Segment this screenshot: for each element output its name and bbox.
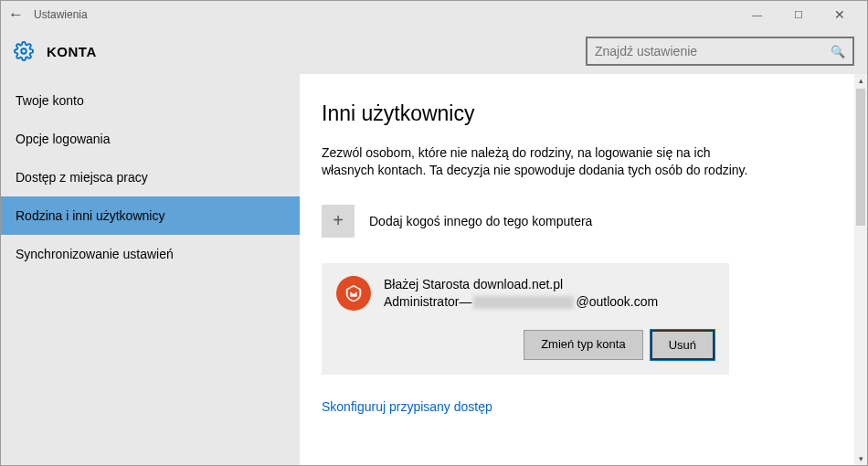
user-role: Administrator	[384, 293, 459, 312]
sidebar-item-signin-options[interactable]: Opcje logowania	[1, 120, 300, 158]
change-account-type-button[interactable]: Zmień typ konta	[524, 330, 643, 360]
scrollbar[interactable]: ▴ ▾	[854, 74, 867, 465]
avatar	[336, 276, 371, 311]
user-email-suffix: @outlook.com	[576, 293, 658, 312]
user-display-name: Błażej Starosta download.net.pl	[384, 276, 658, 294]
minimize-button[interactable]: —	[736, 1, 778, 28]
section-description: Zezwól osobom, które nie należą do rodzi…	[322, 144, 760, 179]
sidebar-item-family-other-users[interactable]: Rodzina i inni użytkownicy	[1, 196, 300, 235]
sidebar: Twoje konto Opcje logowania Dostęp z mie…	[1, 74, 300, 465]
search-field[interactable]: 🔍	[586, 37, 854, 66]
sidebar-item-work-access[interactable]: Dostęp z miejsca pracy	[1, 158, 300, 196]
svg-point-0	[21, 48, 26, 54]
gear-icon	[14, 41, 34, 61]
header-row: KONTA 🔍	[1, 28, 867, 74]
user-info: Błażej Starosta download.net.pl Administ…	[384, 276, 658, 312]
avatar-icon	[344, 283, 364, 303]
content-pane: Inni użytkownicy Zezwól osobom, które ni…	[300, 74, 867, 465]
close-button[interactable]: ✕	[819, 1, 860, 28]
window-title: Ustawienia	[34, 8, 736, 21]
sidebar-item-sync-settings[interactable]: Synchronizowanie ustawień	[1, 235, 300, 273]
scroll-down-icon[interactable]: ▾	[854, 452, 867, 465]
titlebar: ← Ustawienia — ☐ ✕	[1, 1, 867, 28]
maximize-button[interactable]: ☐	[778, 1, 819, 28]
section-title: Inni użytkownicy	[322, 101, 845, 126]
sidebar-item-your-account[interactable]: Twoje konto	[1, 81, 300, 120]
body: Twoje konto Opcje logowania Dostęp z mie…	[1, 74, 867, 465]
window-controls: — ☐ ✕	[736, 1, 860, 28]
back-arrow-icon[interactable]: ←	[8, 5, 34, 24]
remove-button[interactable]: Usuń	[651, 330, 715, 360]
search-icon: 🔍	[831, 45, 845, 58]
redacted-email-prefix	[473, 296, 574, 309]
configure-assigned-access-link[interactable]: Skonfiguruj przypisany dostęp	[322, 399, 492, 414]
search-input[interactable]	[595, 44, 831, 58]
category-title: KONTA	[47, 44, 586, 59]
scroll-thumb[interactable]	[856, 89, 865, 226]
separator: —	[459, 293, 471, 312]
user-action-buttons: Zmień typ konta Usuń	[336, 330, 715, 360]
plus-icon: +	[322, 205, 355, 238]
scroll-up-icon[interactable]: ▴	[854, 74, 867, 87]
add-person-label: Dodaj kogoś innego do tego komputera	[369, 214, 592, 228]
user-card[interactable]: Błażej Starosta download.net.pl Administ…	[322, 263, 729, 375]
add-person-button[interactable]: + Dodaj kogoś innego do tego komputera	[322, 205, 845, 238]
